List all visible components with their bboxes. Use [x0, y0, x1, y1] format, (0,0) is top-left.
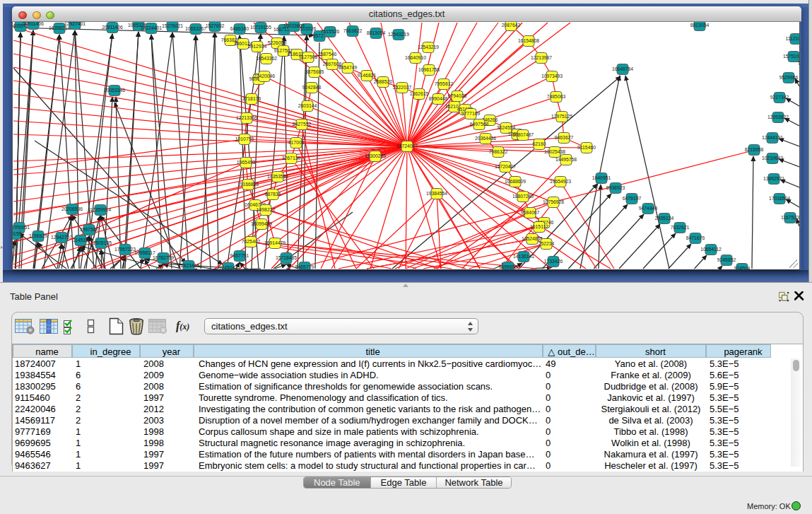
svg-text:1733426: 1733426	[544, 259, 563, 264]
svg-text:8454749: 8454749	[339, 65, 358, 70]
svg-text:10688609: 10688609	[505, 179, 526, 184]
svg-text:1615112: 1615112	[530, 224, 548, 229]
svg-text:16154808: 16154808	[518, 38, 539, 43]
svg-text:7515526: 7515526	[321, 29, 340, 34]
svg-text:16961758: 16961758	[418, 67, 440, 72]
svg-text:15276021: 15276021	[162, 23, 183, 28]
svg-text:15718485: 15718485	[276, 255, 297, 260]
svg-text:13692971: 13692971	[763, 176, 784, 181]
svg-text:8938923: 8938923	[606, 185, 625, 190]
svg-text:10756928: 10756928	[543, 199, 564, 204]
svg-text:7663822: 7663822	[343, 28, 363, 33]
svg-text:15751024: 15751024	[783, 54, 800, 59]
svg-text:1498222: 1498222	[257, 207, 276, 212]
svg-text:12213369: 12213369	[236, 115, 257, 120]
svg-text:1640951: 1640951	[592, 175, 611, 180]
svg-text:20911406: 20911406	[102, 25, 123, 30]
svg-text:20911406: 20911406	[23, 22, 44, 26]
svg-text:14136141: 14136141	[513, 254, 534, 259]
svg-text:2087642: 2087642	[502, 23, 521, 28]
svg-text:18807249: 18807249	[512, 194, 534, 199]
svg-text:9146821: 9146821	[358, 73, 377, 78]
svg-text:1965493: 1965493	[237, 160, 256, 165]
svg-text:10543362: 10543362	[256, 56, 277, 61]
svg-text:18724007: 18724007	[396, 144, 418, 148]
svg-text:7955812: 7955812	[435, 81, 454, 86]
svg-text:19166825: 19166825	[237, 182, 259, 187]
svg-text:19384554: 19384554	[426, 191, 447, 196]
svg-text:2935134: 2935134	[655, 216, 674, 221]
svg-text:9127508: 9127508	[299, 54, 318, 59]
svg-text:12927401: 12927401	[64, 22, 86, 26]
svg-text:12942757: 12942757	[51, 235, 72, 240]
svg-text:16099489: 16099489	[251, 221, 272, 226]
svg-text:12093822: 12093822	[767, 115, 789, 119]
svg-text:14524855: 14524855	[522, 236, 543, 241]
svg-text:5322037: 5322037	[393, 85, 412, 90]
svg-text:12823465: 12823465	[178, 263, 199, 268]
svg-text:62160: 62160	[533, 141, 546, 146]
svg-text:10033809: 10033809	[283, 23, 305, 28]
svg-text:12213987: 12213987	[531, 55, 552, 60]
svg-text:1362615: 1362615	[410, 91, 429, 96]
svg-text:20364436: 20364436	[475, 136, 496, 141]
svg-text:14495758: 14495758	[555, 157, 577, 162]
svg-text:8215958: 8215958	[745, 147, 764, 152]
svg-text:22420046: 22420046	[254, 74, 275, 78]
svg-text:19654923: 19654923	[550, 179, 571, 184]
svg-text:10807487: 10807487	[512, 132, 534, 137]
svg-text:9684067: 9684067	[521, 210, 540, 215]
svg-text:16648784: 16648784	[612, 66, 633, 71]
svg-text:12444191: 12444191	[762, 135, 783, 140]
svg-text:16914479: 16914479	[264, 240, 286, 245]
svg-text:16640910: 16640910	[405, 55, 426, 60]
svg-text:6479197: 6479197	[623, 196, 642, 201]
svg-text:9245652: 9245652	[717, 257, 736, 262]
svg-text:7986322: 7986322	[489, 149, 508, 154]
svg-text:12975125: 12975125	[551, 114, 572, 119]
svg-text:9474444: 9474444	[639, 206, 658, 211]
svg-text:17957223: 17957223	[114, 247, 136, 252]
svg-text:417006: 417006	[288, 140, 305, 145]
svg-text:10210643: 10210643	[762, 156, 783, 160]
svg-text:1527602: 1527602	[206, 23, 225, 28]
svg-text:7625402: 7625402	[242, 239, 261, 244]
svg-text:10973493: 10973493	[541, 74, 563, 78]
svg-text:7632621: 7632621	[671, 225, 690, 230]
svg-text:10958117: 10958117	[134, 250, 155, 255]
svg-text:3997587: 3997587	[80, 227, 99, 232]
svg-text:39159: 39159	[13, 231, 22, 236]
svg-text:3267130: 3267130	[282, 156, 301, 160]
svg-text:12543219: 12543219	[418, 45, 439, 49]
svg-text:9463627: 9463627	[555, 135, 574, 140]
svg-text:11121045: 11121045	[785, 36, 800, 41]
svg-text:9529966: 9529966	[779, 75, 799, 80]
svg-text:7485063: 7485063	[547, 94, 566, 99]
svg-text:2718176: 2718176	[242, 96, 261, 101]
svg-text:6794028: 6794028	[448, 93, 467, 98]
svg-text:16782759: 16782759	[153, 255, 174, 260]
svg-text:8427552: 8427552	[293, 122, 312, 127]
svg-text:6466160: 6466160	[230, 26, 249, 31]
svg-text:9465779: 9465779	[295, 264, 314, 269]
svg-text:10653267: 10653267	[185, 26, 206, 31]
svg-text:18300295: 18300295	[365, 153, 386, 158]
svg-text:10719155: 10719155	[250, 25, 271, 30]
svg-text:924504: 924504	[734, 266, 751, 269]
svg-text:2803144: 2803144	[298, 103, 317, 108]
svg-text:1167533: 1167533	[781, 215, 799, 220]
svg-text:20206536: 20206536	[61, 206, 83, 211]
svg-text:17359914: 17359914	[90, 207, 111, 212]
svg-text:3875685: 3875685	[305, 69, 324, 74]
svg-text:17016504: 17016504	[769, 196, 790, 201]
svg-text:9227342: 9227342	[770, 95, 789, 100]
svg-text:9457791: 9457791	[230, 253, 249, 258]
svg-text:887834: 887834	[265, 192, 281, 197]
svg-text:14353594: 14353594	[267, 174, 288, 179]
svg-text:2587546: 2587546	[318, 52, 337, 57]
svg-text:18224401: 18224401	[141, 25, 162, 30]
svg-text:114519: 114519	[73, 238, 88, 243]
svg-text:8990448: 8990448	[429, 96, 448, 101]
svg-text:8813054: 8813054	[367, 30, 386, 35]
svg-text:16358214: 16358214	[49, 25, 70, 30]
